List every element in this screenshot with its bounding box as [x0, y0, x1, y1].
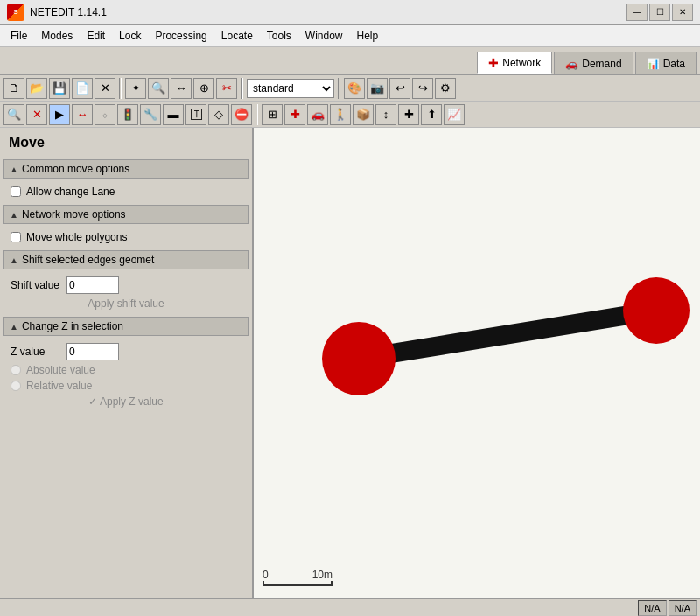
apply-z-icon: ✓: [88, 396, 97, 408]
container-button[interactable]: 📦: [353, 104, 374, 125]
tab-data[interactable]: 📊 Data: [635, 52, 696, 74]
move-whole-polygons-row: Move whole polygons: [7, 229, 245, 245]
vehicle-button[interactable]: 🚗: [307, 104, 328, 125]
save-as-button[interactable]: 📄: [72, 78, 93, 99]
data-tab-label: Data: [663, 58, 685, 70]
move-mode-button[interactable]: ↔: [72, 104, 93, 125]
demand-tab-icon: 🚗: [565, 58, 578, 70]
status-bar: N/A N/A: [0, 598, 700, 616]
network-node-1[interactable]: [322, 322, 396, 396]
status-item-1: N/A: [638, 600, 666, 616]
network-tab-label: Network: [502, 57, 541, 69]
section-content-shift: Shift value Apply shift value: [0, 271, 252, 315]
person-button[interactable]: 🚶: [330, 104, 351, 125]
junction-button[interactable]: ✚: [284, 104, 305, 125]
minimize-button[interactable]: —: [626, 4, 648, 21]
title-bar: S NETEDIT 1.14.1 — ☐ ✕: [0, 0, 700, 24]
relative-value-radio[interactable]: [10, 381, 21, 391]
canvas-background: [254, 175, 700, 551]
separator-1: [119, 78, 122, 99]
menu-lock[interactable]: Lock: [112, 28, 148, 44]
menu-bar: File Modes Edit Lock Processing Locate T…: [0, 24, 700, 47]
connection-button[interactable]: ↕: [375, 104, 396, 125]
section-arrow-z: ▲: [10, 322, 18, 332]
scale-bar: 0 10m: [262, 569, 332, 586]
magnet-button[interactable]: ✦: [125, 78, 146, 99]
open-network-button[interactable]: 📂: [26, 78, 47, 99]
close-button[interactable]: ✕: [672, 4, 693, 21]
menu-modes[interactable]: Modes: [34, 28, 80, 44]
absolute-value-radio[interactable]: [10, 365, 21, 375]
select-mode-button[interactable]: ▶: [49, 104, 70, 125]
menu-tools[interactable]: Tools: [260, 28, 298, 44]
flow-button[interactable]: 📈: [444, 104, 465, 125]
tab-network[interactable]: ✚ Network: [477, 52, 552, 74]
walk-button[interactable]: ⬆: [421, 104, 442, 125]
z-value-label: Z value: [10, 346, 63, 358]
menu-help[interactable]: Help: [350, 28, 386, 44]
move-whole-polygons-checkbox[interactable]: [10, 232, 21, 242]
section-shift-edges[interactable]: ▲ Shift selected edges geomet: [4, 250, 248, 270]
toolbar-row-2: 🔍 ✕ ▶ ↔ ⬦ 🚦 🔧 ▬ 🅃 ◇ ⛔ ⊞ ✚ 🚗 🚶 📦 ↕ ✚ ⬆ 📈: [0, 102, 700, 128]
edge-button[interactable]: ⬦: [94, 104, 116, 125]
view-scheme-select[interactable]: standard: [247, 79, 334, 98]
maximize-button[interactable]: ☐: [649, 4, 670, 21]
redo-button[interactable]: ↪: [412, 78, 433, 99]
z-value-input[interactable]: [66, 343, 119, 360]
section-label-common: Common move options: [22, 163, 130, 175]
allow-change-lane-label: Allow change Lane: [26, 186, 115, 198]
scale-bar-line: [262, 581, 332, 586]
scale-bar-labels: 0 10m: [262, 569, 332, 581]
tab-demand[interactable]: 🚗 Demand: [554, 52, 633, 74]
shape-button[interactable]: ▬: [163, 104, 184, 125]
section-arrow-network: ▲: [10, 210, 18, 220]
inspect-button[interactable]: 🔍: [4, 104, 24, 125]
zoom-button[interactable]: 🔍: [148, 78, 169, 99]
menu-locate[interactable]: Locate: [214, 28, 260, 44]
select-button[interactable]: ⊕: [193, 78, 214, 99]
absolute-value-row: Absolute value: [7, 362, 245, 378]
panel-title: Move: [0, 128, 252, 158]
close-button-2[interactable]: ✕: [94, 78, 116, 99]
options-button[interactable]: ⚙: [435, 78, 456, 99]
delete-mode-button[interactable]: ✕: [26, 104, 47, 125]
screenshot-button[interactable]: 📷: [367, 78, 388, 99]
network-canvas: [254, 128, 700, 598]
shift-value-input[interactable]: [66, 276, 119, 294]
network-tab-icon: ✚: [488, 56, 499, 70]
network-node-2[interactable]: [623, 277, 690, 344]
left-panel: Move ▲ Common move options Allow change …: [0, 128, 254, 598]
title-bar-controls[interactable]: — ☐ ✕: [626, 4, 693, 21]
prohibition-button[interactable]: ⛔: [231, 104, 252, 125]
apply-shift-button[interactable]: Apply shift value: [7, 296, 245, 312]
relative-value-label: Relative value: [26, 380, 92, 392]
separator-3: [338, 78, 340, 99]
additional-button[interactable]: 🔧: [140, 104, 161, 125]
undo-button[interactable]: ↩: [389, 78, 410, 99]
allow-change-lane-checkbox[interactable]: [10, 186, 21, 197]
section-content-z: Z value Absolute value Relative value ✓ …: [0, 338, 252, 413]
menu-window[interactable]: Window: [298, 28, 350, 44]
color-button[interactable]: 🎨: [344, 78, 365, 99]
section-change-z[interactable]: ▲ Change Z in selection: [4, 317, 248, 336]
apply-z-button[interactable]: ✓ Apply Z value: [7, 394, 245, 410]
grid-button[interactable]: ⊞: [262, 104, 283, 125]
menu-file[interactable]: File: [4, 28, 34, 44]
move-button[interactable]: ↔: [171, 78, 192, 99]
section-label-shift: Shift selected edges geomet: [22, 254, 154, 266]
save-button[interactable]: 💾: [49, 78, 70, 99]
delete-button[interactable]: ✂: [216, 78, 237, 99]
z-value-row: Z value: [7, 341, 245, 362]
traffic-light-button[interactable]: 🚦: [117, 104, 138, 125]
new-network-button[interactable]: 🗋: [4, 78, 24, 99]
section-common-move[interactable]: ▲ Common move options: [4, 159, 248, 178]
section-label-network: Network move options: [22, 208, 126, 220]
canvas-area[interactable]: 0 10m: [254, 128, 700, 598]
menu-edit[interactable]: Edit: [80, 28, 112, 44]
apply-z-label: Apply Z value: [100, 396, 164, 408]
crossing-button[interactable]: ✚: [398, 104, 419, 125]
taz-button[interactable]: 🅃: [186, 104, 206, 125]
section-network-move[interactable]: ▲ Network move options: [4, 205, 248, 224]
menu-processing[interactable]: Processing: [148, 28, 214, 44]
poly-button[interactable]: ◇: [208, 104, 229, 125]
